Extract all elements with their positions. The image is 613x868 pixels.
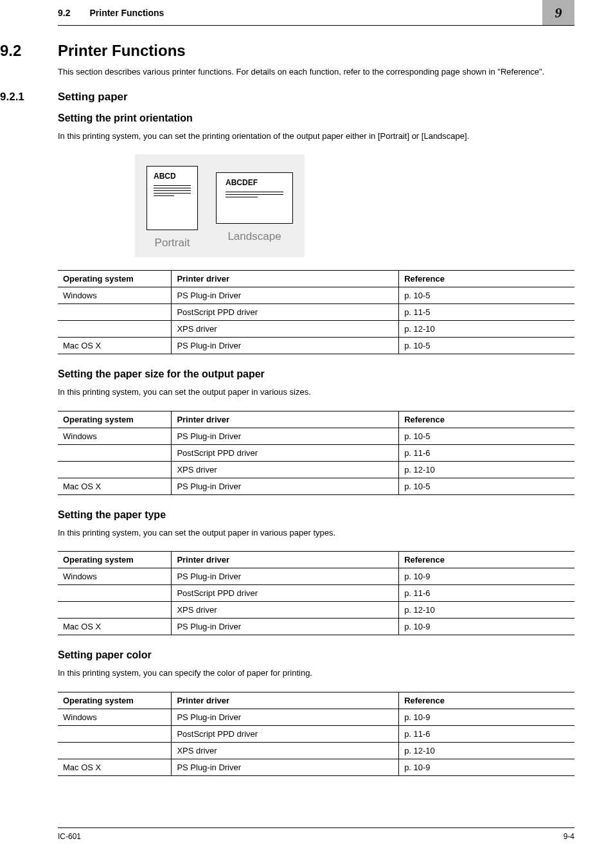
cell-driver: PS Plug-in Driver xyxy=(172,759,399,775)
s3-table: Operating system Printer driver Referenc… xyxy=(58,551,574,635)
table-row: Windows PS Plug-in Driver p. 10-9 xyxy=(58,709,574,725)
landscape-caption: Landscape xyxy=(227,230,281,243)
cell-reference: p. 10-9 xyxy=(399,759,574,775)
cell-reference: p. 11-6 xyxy=(399,585,574,602)
cell-reference: p. 12-10 xyxy=(399,321,574,338)
th-os: Operating system xyxy=(58,411,172,428)
cell-reference: p. 10-5 xyxy=(399,338,574,354)
th-driver: Printer driver xyxy=(172,411,399,428)
cell-driver: PS Plug-in Driver xyxy=(172,619,399,635)
intro-paragraph: This section describes various printer f… xyxy=(58,66,574,78)
header-section-title: Printer Functions xyxy=(89,8,164,18)
cell-reference: p. 12-10 xyxy=(399,602,574,619)
portrait-caption: Portrait xyxy=(155,237,190,249)
table-row: Mac OS X PS Plug-in Driver p. 10-5 xyxy=(58,478,574,494)
cell-driver: XPS driver xyxy=(172,321,399,338)
header-left: 9.2 Printer Functions xyxy=(58,0,542,25)
s3-paragraph: In this printing system, you can set the… xyxy=(58,527,574,539)
s3-heading: Setting the paper type xyxy=(58,509,574,521)
cell-reference: p. 11-6 xyxy=(399,444,574,461)
cell-os: Mac OS X xyxy=(58,759,172,775)
cell-driver: PostScript PPD driver xyxy=(172,444,399,461)
cell-reference: p. 10-9 xyxy=(399,568,574,585)
table-row: Windows PS Plug-in Driver p. 10-9 xyxy=(58,568,574,585)
cell-driver: XPS driver xyxy=(172,742,399,759)
footer-right: 9-4 xyxy=(564,832,574,841)
heading-2-number: 9.2.1 xyxy=(0,91,58,104)
th-os: Operating system xyxy=(58,552,172,568)
footer-left: IC-601 xyxy=(58,832,81,841)
table-row: Windows PS Plug-in Driver p. 10-5 xyxy=(58,428,574,444)
cell-reference: p. 11-6 xyxy=(399,725,574,742)
cell-reference: p. 12-10 xyxy=(399,461,574,478)
table-row: XPS driver p. 12-10 xyxy=(58,742,574,759)
th-reference: Reference xyxy=(399,411,574,428)
cell-driver: PS Plug-in Driver xyxy=(172,287,399,304)
cell-reference: p. 10-9 xyxy=(399,709,574,725)
heading-2: 9.2.1 Setting paper xyxy=(58,91,574,104)
cell-reference: p. 10-9 xyxy=(399,619,574,635)
cell-reference: p. 12-10 xyxy=(399,742,574,759)
table-row: Mac OS X PS Plug-in Driver p. 10-9 xyxy=(58,759,574,775)
s4-table: Operating system Printer driver Referenc… xyxy=(58,692,574,776)
cell-os: Windows xyxy=(58,568,172,585)
heading-1-title: Printer Functions xyxy=(58,42,186,60)
cell-os: Windows xyxy=(58,428,172,444)
cell-driver: PS Plug-in Driver xyxy=(172,428,399,444)
cell-os xyxy=(58,461,172,478)
th-driver: Printer driver xyxy=(172,271,399,287)
orientation-illustration-box: ABCD Portrait ABCDEF Landscape xyxy=(135,154,305,257)
cell-reference: p. 11-5 xyxy=(399,304,574,321)
cell-os: Mac OS X xyxy=(58,338,172,354)
th-reference: Reference xyxy=(399,552,574,568)
cell-driver: PS Plug-in Driver xyxy=(172,478,399,494)
cell-os xyxy=(58,725,172,742)
cell-driver: XPS driver xyxy=(172,602,399,619)
s4-heading: Setting paper color xyxy=(58,649,574,661)
landscape-column: ABCDEF Landscape xyxy=(216,166,293,249)
cell-driver: PS Plug-in Driver xyxy=(172,338,399,354)
s2-table: Operating system Printer driver Referenc… xyxy=(58,411,574,495)
th-driver: Printer driver xyxy=(172,552,399,568)
cell-driver: PS Plug-in Driver xyxy=(172,709,399,725)
th-os: Operating system xyxy=(58,692,172,709)
table-row: PostScript PPD driver p. 11-6 xyxy=(58,444,574,461)
s2-heading: Setting the paper size for the output pa… xyxy=(58,368,574,380)
table-row: XPS driver p. 12-10 xyxy=(58,602,574,619)
s1-heading: Setting the print orientation xyxy=(58,113,574,124)
cell-os xyxy=(58,304,172,321)
cell-os xyxy=(58,321,172,338)
cell-os xyxy=(58,444,172,461)
landscape-page-icon: ABCDEF xyxy=(216,172,293,224)
s4-paragraph: In this printing system, you can specify… xyxy=(58,667,574,679)
table-row: XPS driver p. 12-10 xyxy=(58,461,574,478)
table-row: Mac OS X PS Plug-in Driver p. 10-9 xyxy=(58,619,574,635)
heading-1: 9.2 Printer Functions xyxy=(58,42,574,60)
th-driver: Printer driver xyxy=(172,692,399,709)
header-section-number: 9.2 xyxy=(58,8,70,18)
table-row: PostScript PPD driver p. 11-6 xyxy=(58,585,574,602)
heading-1-number: 9.2 xyxy=(0,42,58,60)
cell-os: Windows xyxy=(58,709,172,725)
table-header-row: Operating system Printer driver Referenc… xyxy=(58,271,574,287)
s1-paragraph: In this printing system, you can set the… xyxy=(58,131,574,142)
table-row: Windows PS Plug-in Driver p. 10-5 xyxy=(58,287,574,304)
cell-reference: p. 10-5 xyxy=(399,287,574,304)
heading-2-title: Setting paper xyxy=(58,91,128,104)
th-os: Operating system xyxy=(58,271,172,287)
portrait-page-icon: ABCD xyxy=(147,166,198,230)
table-header-row: Operating system Printer driver Referenc… xyxy=(58,552,574,568)
header-chapter-number: 9 xyxy=(542,0,574,25)
orientation-illustration: ABCD Portrait ABCDEF Landscape xyxy=(58,154,574,270)
cell-os xyxy=(58,602,172,619)
s1-table: Operating system Printer driver Referenc… xyxy=(58,270,574,354)
table-header-row: Operating system Printer driver Referenc… xyxy=(58,411,574,428)
portrait-column: ABCD Portrait xyxy=(147,166,198,249)
cell-os xyxy=(58,585,172,602)
th-reference: Reference xyxy=(399,692,574,709)
cell-os: Windows xyxy=(58,287,172,304)
page-footer: IC-601 9-4 xyxy=(58,827,574,841)
portrait-page-label: ABCD xyxy=(154,172,191,181)
cell-driver: PostScript PPD driver xyxy=(172,585,399,602)
cell-driver: PS Plug-in Driver xyxy=(172,568,399,585)
